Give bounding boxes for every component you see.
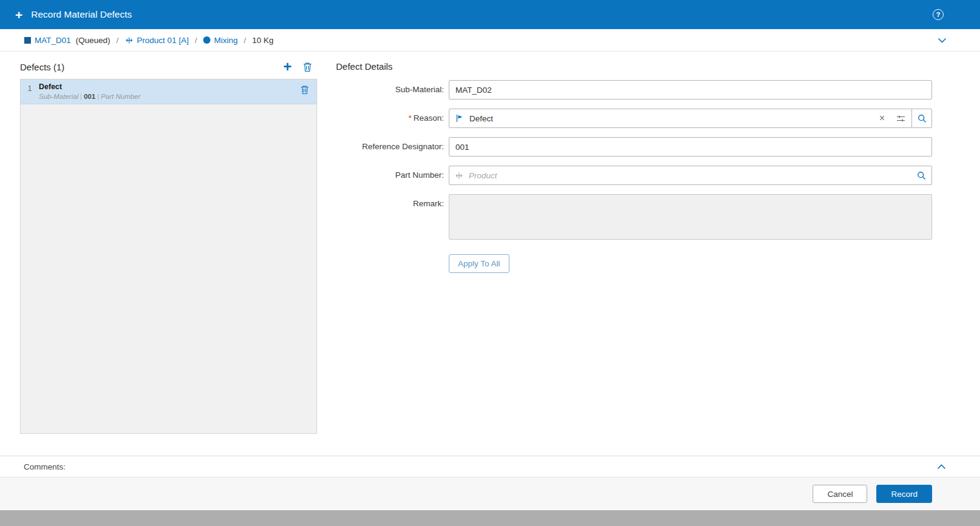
record-button[interactable]: Record (876, 485, 932, 503)
cancel-button[interactable]: Cancel (813, 485, 867, 503)
page-title: Record Material Defects (31, 9, 132, 20)
breadcrumb-step-link[interactable]: Mixing (214, 36, 238, 45)
remark-label: Remark: (336, 194, 449, 214)
apply-to-all-button[interactable]: Apply To All (449, 254, 509, 273)
part-number-field-row: Part Number: (336, 166, 932, 185)
sub-material-field-row: Sub-Material: (336, 80, 932, 99)
reason-field-row: *Reason: Defect × (336, 109, 932, 128)
defects-panel-header: Defects (1) + (20, 59, 317, 74)
breadcrumb-separator: / (116, 36, 119, 45)
defect-index: 1 (21, 83, 39, 93)
comments-label: Comments: (24, 462, 65, 471)
material-icon (24, 37, 31, 44)
reason-label: *Reason: (336, 109, 449, 128)
add-defect-button[interactable]: + (283, 61, 292, 72)
defect-part-number-label: Part Number (101, 93, 140, 100)
remark-input[interactable] (449, 194, 932, 240)
window-bottom-strip (0, 510, 980, 526)
delete-defect-item-button[interactable] (300, 83, 309, 95)
part-number-field (449, 166, 932, 185)
chevron-down-icon[interactable] (938, 38, 947, 43)
remark-field-row: Remark: (336, 194, 932, 242)
defect-details-title: Defect Details (336, 59, 932, 74)
reference-designator-input[interactable] (449, 137, 932, 157)
part-number-label: Part Number: (336, 166, 449, 185)
action-bar: Cancel Record (0, 477, 980, 510)
breadcrumb-product-link[interactable]: Product 01 [A] (137, 36, 189, 45)
part-number-input[interactable] (468, 170, 913, 181)
reference-designator-label: Reference Designator: (336, 137, 449, 157)
value-help-icon[interactable] (890, 115, 911, 123)
main-content: Defects (1) + 1 Defect Sub (0, 52, 980, 456)
part-number-search-icon[interactable] (913, 171, 926, 180)
breadcrumb-material-link[interactable]: MAT_D01 (35, 36, 71, 45)
apply-to-all-row: Apply To All (336, 251, 932, 273)
breadcrumb-separator: / (244, 36, 246, 45)
record-material-defects-window: + Record Material Defects ? MAT_D01 (Que… (0, 0, 980, 526)
context-bar: MAT_D01 (Queued) / Product 01 [A] / Mixi… (0, 29, 980, 52)
defects-panel: Defects (1) + 1 Defect Sub (20, 59, 317, 456)
reason-input[interactable]: Defect × (449, 109, 932, 128)
defect-sub-material-label: Sub-Material (39, 93, 78, 100)
sub-material-input[interactable] (449, 80, 932, 99)
sub-material-label: Sub-Material: (336, 80, 449, 99)
step-icon (203, 36, 210, 44)
required-marker: * (408, 113, 411, 123)
defect-list-item[interactable]: 1 Defect Sub-Material|001|Part Number (21, 79, 317, 104)
help-icon[interactable]: ? (933, 9, 944, 20)
product-icon (125, 36, 133, 44)
quantity-label: 10 Kg (252, 36, 274, 45)
comments-section: Comments: (0, 456, 980, 477)
chevron-up-icon[interactable] (937, 464, 946, 470)
subtitle-separator: | (97, 93, 99, 100)
subtitle-separator: | (80, 93, 82, 100)
flag-icon (455, 114, 464, 123)
clear-icon[interactable]: × (874, 113, 890, 123)
defects-panel-title: Defects (1) (20, 62, 64, 72)
defect-details-panel: Defect Details Sub-Material: *Reason: (336, 59, 932, 456)
add-icon: + (15, 8, 22, 21)
reason-value: Defect (469, 114, 874, 123)
title-bar: + Record Material Defects ? (0, 0, 980, 29)
reference-designator-field-row: Reference Designator: (336, 137, 932, 157)
defect-item-title: Defect (39, 83, 300, 91)
product-icon (455, 172, 463, 180)
defects-list: 1 Defect Sub-Material|001|Part Number (20, 79, 317, 434)
defect-reference-value: 001 (84, 93, 95, 100)
delete-defects-button[interactable] (303, 62, 312, 72)
material-state-label: (Queued) (76, 36, 110, 45)
reason-search-button[interactable] (911, 109, 931, 127)
defect-item-subtitle: Sub-Material|001|Part Number (39, 93, 300, 100)
breadcrumb-separator: / (195, 36, 197, 45)
